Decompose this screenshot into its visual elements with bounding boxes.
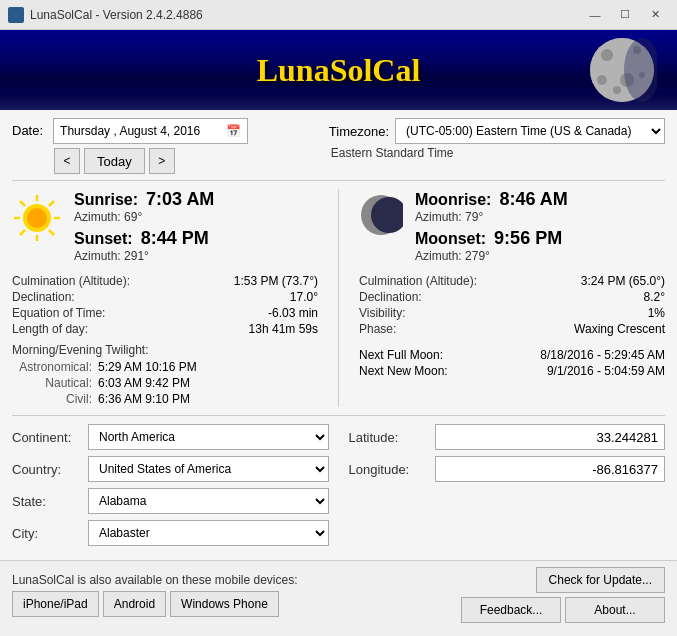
calendar-icon: 📅	[226, 124, 241, 138]
sunset-azimuth-label: Azimuth:	[74, 249, 121, 263]
twilight-title: Morning/Evening Twilight:	[12, 343, 318, 357]
app-icon	[8, 7, 24, 23]
moon-visibility-label: Visibility:	[359, 306, 405, 320]
moonrise-time: 8:46 AM	[499, 189, 567, 210]
iphone-button[interactable]: iPhone/iPad	[12, 591, 99, 617]
moon-data-row: Moonrise: 8:46 AM Azimuth: 79° Moonset: …	[359, 189, 665, 267]
sunrise-azimuth-label: Azimuth:	[74, 210, 121, 224]
android-button[interactable]: Android	[103, 591, 166, 617]
svg-line-17	[49, 201, 54, 206]
moon-column: Moonrise: 8:46 AM Azimuth: 79° Moonset: …	[339, 189, 665, 407]
moon-rise-set-info: Moonrise: 8:46 AM Azimuth: 79° Moonset: …	[415, 189, 665, 267]
title-bar-left: LunaSolCal - Version 2.4.2.4886	[8, 7, 203, 23]
moonrise-azimuth-val: 79°	[465, 210, 483, 224]
sun-data-table: Culmination (Altitude): 1:53 PM (73.7°) …	[12, 273, 318, 337]
next-date-button[interactable]: >	[149, 148, 175, 174]
latitude-row: Latitude:	[349, 424, 666, 450]
nautical-times: 6:03 AM 9:42 PM	[98, 376, 190, 390]
sun-culmination-label: Culmination (Altitude):	[12, 274, 130, 288]
moonset-time: 9:56 PM	[494, 228, 562, 249]
date-tz-row: Date: Thursday , August 4, 2016 📅 < Toda…	[12, 118, 665, 174]
moon-culmination-label: Culmination (Altitude):	[359, 274, 477, 288]
moon-next-section: Next Full Moon: 8/18/2016 - 5:29:45 AM N…	[359, 347, 665, 379]
latitude-input[interactable]	[435, 424, 666, 450]
date-input[interactable]: Thursday , August 4, 2016 📅	[53, 118, 248, 144]
location-left: Continent: North America Country: United…	[12, 424, 329, 552]
moon-culmination-row: Culmination (Altitude): 3:24 PM (65.0°)	[359, 273, 665, 289]
sunset-row: Sunset: 8:44 PM	[74, 228, 318, 249]
continent-row: Continent: North America	[12, 424, 329, 450]
moon-declination-label: Declination:	[359, 290, 422, 304]
sun-culmination-val: 1:53 PM (73.7°)	[234, 274, 318, 288]
country-select[interactable]: United States of America	[88, 456, 329, 482]
moon-phase-icon	[359, 193, 403, 237]
svg-point-5	[597, 75, 607, 85]
moonset-azimuth-val: 279°	[465, 249, 490, 263]
prev-date-button[interactable]: <	[54, 148, 80, 174]
longitude-row: Longitude:	[349, 456, 666, 482]
tz-section: Timezone: (UTC-05:00) Eastern Time (US &…	[329, 118, 665, 160]
mobile-label: LunaSolCal is also available on these mo…	[12, 573, 298, 587]
maximize-button[interactable]: ☐	[611, 4, 639, 26]
main-content: Date: Thursday , August 4, 2016 📅 < Toda…	[0, 110, 677, 560]
moonset-azimuth-label: Azimuth:	[415, 249, 462, 263]
moon-phase-val: Waxing Crescent	[574, 322, 665, 336]
moonrise-azimuth-label: Azimuth:	[415, 210, 462, 224]
civil-times: 6:36 AM 9:10 PM	[98, 392, 190, 406]
sun-declination-label: Declination:	[12, 290, 75, 304]
minimize-button[interactable]: —	[581, 4, 609, 26]
state-label: State:	[12, 494, 82, 509]
state-select[interactable]: Alabama	[88, 488, 329, 514]
sunrise-label: Sunrise:	[74, 191, 138, 209]
title-bar-title: LunaSolCal - Version 2.4.2.4886	[30, 8, 203, 22]
moon-culmination-val: 3:24 PM (65.0°)	[581, 274, 665, 288]
next-full-moon-row: Next Full Moon: 8/18/2016 - 5:29:45 AM	[359, 347, 665, 363]
timezone-select[interactable]: (UTC-05:00) Eastern Time (US & Canada)	[395, 118, 665, 144]
next-new-label: Next New Moon:	[359, 364, 448, 378]
date-display: Thursday , August 4, 2016	[60, 124, 200, 138]
moon-declination-row: Declination: 8.2°	[359, 289, 665, 305]
longitude-input[interactable]	[435, 456, 666, 482]
sun-declination-val: 17.0°	[290, 290, 318, 304]
moon-declination-val: 8.2°	[644, 290, 665, 304]
astronomical-times: 5:29 AM 10:16 PM	[98, 360, 197, 374]
title-bar-controls: — ☐ ✕	[581, 4, 669, 26]
sun-data-row: Sunrise: 7:03 AM Azimuth: 69° Sunset: 8:…	[12, 189, 318, 267]
footer-left: LunaSolCal is also available on these mo…	[12, 573, 298, 617]
moonrise-label: Moonrise:	[415, 191, 491, 209]
moon-data-table: Culmination (Altitude): 3:24 PM (65.0°) …	[359, 273, 665, 337]
svg-line-16	[49, 230, 54, 235]
footer-right: Check for Update... Feedback... About...	[461, 567, 665, 623]
about-button[interactable]: About...	[565, 597, 665, 623]
moonset-label: Moonset:	[415, 230, 486, 248]
sunrise-time: 7:03 AM	[146, 189, 214, 210]
feedback-button[interactable]: Feedback...	[461, 597, 561, 623]
tz-label: Timezone:	[329, 124, 389, 139]
title-bar: LunaSolCal - Version 2.4.2.4886 — ☐ ✕	[0, 0, 677, 30]
app-title: LunaSolCal	[257, 52, 421, 89]
action-btns-row: Feedback... About...	[461, 597, 665, 623]
sunrise-azimuth-val: 69°	[124, 210, 142, 224]
moon-phase-label: Phase:	[359, 322, 396, 336]
sun-equation-label: Equation of Time:	[12, 306, 105, 320]
check-update-button[interactable]: Check for Update...	[536, 567, 665, 593]
today-button[interactable]: Today	[84, 148, 145, 174]
sunrise-azimuth: Azimuth: 69°	[74, 210, 318, 224]
astronomical-twilight-row: Astronomical: 5:29 AM 10:16 PM	[12, 359, 318, 375]
sunset-time: 8:44 PM	[141, 228, 209, 249]
city-select[interactable]: Alabaster	[88, 520, 329, 546]
close-button[interactable]: ✕	[641, 4, 669, 26]
sun-declination-row: Declination: 17.0°	[12, 289, 318, 305]
continent-select[interactable]: North America	[88, 424, 329, 450]
city-row: City: Alabaster	[12, 520, 329, 546]
location-right: Latitude: Longitude:	[349, 424, 666, 552]
sun-culmination-row: Culmination (Altitude): 1:53 PM (73.7°)	[12, 273, 318, 289]
latitude-label: Latitude:	[349, 430, 429, 445]
tz-description: Eastern Standard Time	[331, 146, 665, 160]
sunset-azimuth-val: 291°	[124, 249, 149, 263]
moon-visibility-row: Visibility: 1%	[359, 305, 665, 321]
moonset-azimuth: Azimuth: 279°	[415, 249, 665, 263]
city-label: City:	[12, 526, 82, 541]
moon-phase-row: Phase: Waxing Crescent	[359, 321, 665, 337]
windows-phone-button[interactable]: Windows Phone	[170, 591, 279, 617]
